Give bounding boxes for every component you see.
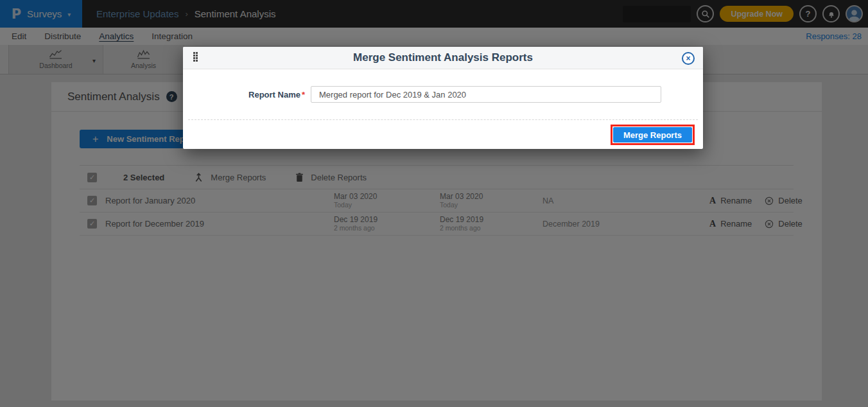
- close-icon[interactable]: ×: [682, 52, 695, 65]
- report-name-label-text: Report Name: [248, 90, 300, 100]
- merge-reports-button[interactable]: Merge Reports: [613, 127, 692, 143]
- required-asterisk: *: [302, 90, 305, 100]
- modal-body: Report Name*: [183, 69, 703, 119]
- annotation-highlight: Merge Reports: [611, 125, 695, 145]
- drag-handle-icon[interactable]: [193, 52, 198, 62]
- report-name-input[interactable]: [311, 86, 661, 103]
- modal-footer: Merge Reports: [188, 119, 698, 148]
- report-name-label: Report Name*: [183, 90, 305, 100]
- merge-reports-modal: Merge Sentiment Analysis Reports × Repor…: [183, 47, 703, 149]
- modal-title: Merge Sentiment Analysis Reports: [183, 51, 703, 64]
- modal-header: Merge Sentiment Analysis Reports ×: [183, 47, 703, 69]
